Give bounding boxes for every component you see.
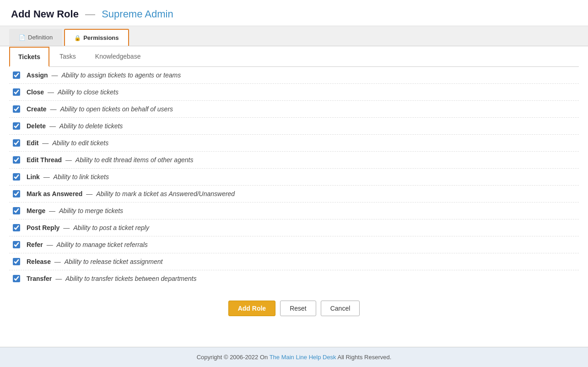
permission-checkbox[interactable] bbox=[13, 224, 20, 231]
permission-item: Transfer — Ability to transfer tickets b… bbox=[9, 270, 579, 287]
permission-label: Post Reply — Ability to post a ticket re… bbox=[27, 224, 149, 231]
permission-description: Ability to edit tickets bbox=[52, 139, 108, 147]
permission-separator: — bbox=[50, 71, 60, 79]
permission-separator: — bbox=[64, 156, 74, 164]
page-footer: Copyright © 2006-2022 On The Main Line H… bbox=[0, 347, 588, 367]
permission-label: Delete — Ability to delete tickets bbox=[27, 122, 123, 130]
permission-item: Release — Ability to release ticket assi… bbox=[9, 253, 579, 270]
permission-separator: — bbox=[40, 139, 50, 147]
permission-item: Close — Ability to close tickets bbox=[9, 84, 579, 101]
permission-description: Ability to mark a ticket as Answered/Una… bbox=[96, 190, 235, 197]
permission-name: Link bbox=[27, 173, 40, 181]
permission-name: Edit bbox=[27, 139, 38, 147]
permission-name: Transfer bbox=[27, 275, 52, 282]
permission-label: Merge — Ability to merge tickets bbox=[27, 207, 123, 214]
permission-separator: — bbox=[61, 224, 71, 231]
tab-tasks-label: Tasks bbox=[59, 53, 76, 60]
tab-tickets[interactable]: Tickets bbox=[9, 47, 49, 67]
permission-checkbox[interactable] bbox=[13, 275, 20, 282]
inner-tabs: Tickets Tasks Knowledgebase bbox=[9, 46, 579, 67]
permission-separator: — bbox=[49, 105, 59, 113]
permissions-icon: 🔒 bbox=[74, 35, 81, 41]
outer-tabs: 📄 Definition 🔒 Permissions bbox=[0, 26, 588, 46]
title-separator: — bbox=[85, 8, 95, 20]
page-header: Add New Role — Supreme Admin bbox=[0, 0, 588, 26]
permission-item: Post Reply — Ability to post a ticket re… bbox=[9, 219, 579, 236]
permission-description: Ability to transfer tickets between depa… bbox=[65, 275, 196, 282]
permission-item: Mark as Answered — Ability to mark a tic… bbox=[9, 186, 579, 203]
permission-checkbox[interactable] bbox=[13, 173, 20, 181]
permission-name: Delete bbox=[27, 122, 46, 130]
permission-name: Post Reply bbox=[27, 224, 59, 231]
permission-item: Assign — Ability to assign tickets to ag… bbox=[9, 67, 579, 84]
tab-definition[interactable]: 📄 Definition bbox=[9, 29, 62, 46]
cancel-button[interactable]: Cancel bbox=[321, 301, 360, 316]
permission-label: Edit — Ability to edit tickets bbox=[27, 139, 108, 147]
permission-item: Merge — Ability to merge tickets bbox=[9, 203, 579, 219]
permission-name: Edit Thread bbox=[27, 156, 62, 164]
permission-checkbox[interactable] bbox=[13, 156, 20, 164]
permission-checkbox[interactable] bbox=[13, 258, 20, 265]
permission-item: Create — Ability to open tickets on beha… bbox=[9, 101, 579, 118]
permission-label: Assign — Ability to assign tickets to ag… bbox=[27, 71, 181, 79]
permission-description: Ability to delete tickets bbox=[59, 122, 123, 130]
tab-knowledgebase[interactable]: Knowledgebase bbox=[86, 46, 150, 66]
permission-label: Transfer — Ability to transfer tickets b… bbox=[27, 275, 196, 282]
content-area: Tickets Tasks Knowledgebase Assign — Abi… bbox=[0, 46, 588, 347]
tab-definition-label: Definition bbox=[28, 34, 53, 41]
add-role-button[interactable]: Add Role bbox=[228, 301, 275, 316]
permission-checkbox[interactable] bbox=[13, 190, 20, 197]
reset-button[interactable]: Reset bbox=[280, 301, 316, 316]
permission-description: Ability to edit thread items of other ag… bbox=[76, 156, 194, 164]
permission-name: Merge bbox=[27, 207, 45, 214]
permission-separator: — bbox=[48, 122, 58, 130]
permission-checkbox[interactable] bbox=[13, 71, 20, 79]
permission-description: Ability to release ticket assignment bbox=[65, 258, 163, 265]
permission-name: Create bbox=[27, 105, 47, 113]
permission-label: Edit Thread — Ability to edit thread ite… bbox=[27, 156, 193, 164]
page-title: Add New Role — Supreme Admin bbox=[11, 8, 173, 20]
permission-checkbox[interactable] bbox=[13, 105, 20, 113]
tab-tickets-label: Tickets bbox=[18, 53, 40, 60]
permission-label: Mark as Answered — Ability to mark a tic… bbox=[27, 190, 235, 197]
permission-separator: — bbox=[46, 88, 56, 96]
permission-description: Ability to close tickets bbox=[58, 88, 119, 96]
permission-checkbox[interactable] bbox=[13, 88, 20, 96]
footer-text: Copyright © 2006-2022 On The Main Line H… bbox=[197, 354, 392, 361]
permission-name: Close bbox=[27, 88, 44, 96]
permission-description: Ability to post a ticket reply bbox=[73, 224, 149, 231]
permission-name: Mark as Answered bbox=[27, 190, 82, 197]
permission-item: Edit — Ability to edit tickets bbox=[9, 135, 579, 152]
permission-description: Ability to link tickets bbox=[54, 173, 109, 181]
tab-tasks[interactable]: Tasks bbox=[50, 46, 85, 66]
permission-checkbox[interactable] bbox=[13, 122, 20, 130]
definition-icon: 📄 bbox=[19, 34, 26, 41]
permission-separator: — bbox=[42, 173, 52, 181]
permission-label: Create — Ability to open tickets on beha… bbox=[27, 105, 173, 113]
permission-checkbox[interactable] bbox=[13, 207, 20, 214]
permission-name: Refer bbox=[27, 241, 43, 248]
permission-separator: — bbox=[53, 258, 63, 265]
permission-item: Edit Thread — Ability to edit thread ite… bbox=[9, 152, 579, 169]
permissions-list: Assign — Ability to assign tickets to ag… bbox=[9, 67, 579, 287]
title-subtitle: Supreme Admin bbox=[102, 8, 173, 20]
permission-separator: — bbox=[54, 275, 64, 282]
tab-permissions[interactable]: 🔒 Permissions bbox=[64, 29, 129, 46]
permission-label: Refer — Ability to manage ticket referra… bbox=[27, 241, 148, 248]
permission-description: Ability to open tickets on behalf of use… bbox=[60, 105, 173, 113]
footer-buttons: Add Role Reset Cancel bbox=[9, 287, 579, 330]
permission-description: Ability to manage ticket referrals bbox=[57, 241, 148, 248]
permission-label: Release — Ability to release ticket assi… bbox=[27, 258, 162, 265]
permission-item: Link — Ability to link tickets bbox=[9, 169, 579, 186]
permission-item: Delete — Ability to delete tickets bbox=[9, 118, 579, 135]
tab-permissions-label: Permissions bbox=[83, 34, 119, 41]
permission-description: Ability to assign tickets to agents or t… bbox=[61, 71, 181, 79]
permission-label: Close — Ability to close tickets bbox=[27, 88, 119, 96]
permission-name: Assign bbox=[27, 71, 48, 79]
title-bold: Add New Role bbox=[11, 8, 79, 20]
tab-knowledgebase-label: Knowledgebase bbox=[95, 53, 141, 60]
permission-checkbox[interactable] bbox=[13, 139, 20, 147]
permission-description: Ability to merge tickets bbox=[59, 207, 123, 214]
permission-separator: — bbox=[47, 207, 57, 214]
permission-checkbox[interactable] bbox=[13, 241, 20, 248]
